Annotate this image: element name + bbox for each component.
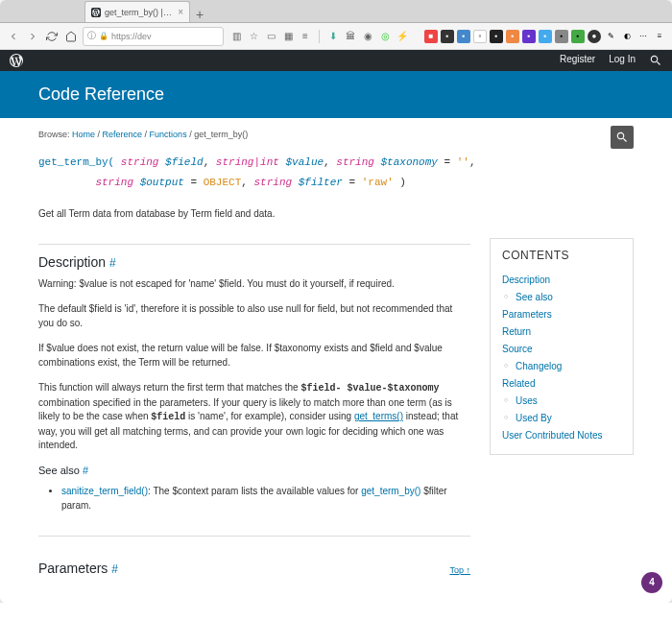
toc-link[interactable]: User Contributed Notes xyxy=(502,427,621,444)
anchor-link[interactable]: # xyxy=(83,465,88,476)
anchor-link[interactable]: # xyxy=(111,562,118,576)
forward-button[interactable] xyxy=(25,29,40,44)
toc-link[interactable]: See also xyxy=(502,289,621,306)
param-default: OBJECT xyxy=(204,177,242,188)
reader-icon[interactable]: ▥ xyxy=(229,30,243,43)
param-name: $field xyxy=(165,156,204,168)
wp-search-icon[interactable] xyxy=(649,54,662,67)
breadcrumb-link[interactable]: Functions xyxy=(150,130,187,139)
toc-link[interactable]: Source xyxy=(502,341,621,358)
fn-name: get_term_by( xyxy=(38,156,114,168)
ext-icon[interactable]: ▪ xyxy=(490,30,503,43)
download-icon[interactable]: ⬇ xyxy=(326,30,340,43)
site-header: Code Reference xyxy=(0,71,672,118)
param-type: string xyxy=(121,156,159,168)
ext-icon[interactable]: ◐ xyxy=(620,30,634,43)
content-area: Browse: Home / Reference / Functions / g… xyxy=(0,118,672,603)
table-of-contents: CONTENTS Description See also Parameters… xyxy=(490,238,634,455)
toc-link[interactable]: Related xyxy=(502,375,621,393)
param-default: 'raw' xyxy=(362,177,394,188)
param-default: '' xyxy=(457,156,469,168)
ext-icon[interactable]: ▪ xyxy=(457,30,470,43)
top-link[interactable]: Top ↑ xyxy=(449,565,470,575)
reload-button[interactable] xyxy=(44,29,60,44)
hamburger-menu-icon[interactable]: ≡ xyxy=(653,30,666,43)
wordpress-logo-icon[interactable] xyxy=(10,54,23,67)
breadcrumb: Browse: Home / Reference / Functions / g… xyxy=(38,128,634,139)
breadcrumb-current: get_term_by() xyxy=(194,130,248,139)
function-link[interactable]: get_terms() xyxy=(354,411,403,421)
param-type: string|int xyxy=(216,156,279,168)
menu-icon[interactable]: ≡ xyxy=(299,30,312,43)
wordpress-favicon xyxy=(91,8,101,17)
url-input[interactable] xyxy=(111,32,219,41)
description-paragraph: The default $field is 'id', therefore it… xyxy=(38,302,470,330)
archive-icon[interactable]: 🏛 xyxy=(344,30,357,43)
anchor-link[interactable]: # xyxy=(109,256,116,270)
param-type: string xyxy=(253,177,292,188)
toc-link[interactable]: Changelog xyxy=(502,358,621,375)
bolt-icon[interactable]: ⚡ xyxy=(396,30,409,43)
fn-close: ) xyxy=(399,177,406,188)
ext-icon[interactable]: ✎ xyxy=(604,30,617,43)
breadcrumb-link[interactable]: Home xyxy=(72,130,95,139)
url-bar[interactable]: ⓘ 🔒 xyxy=(83,27,224,46)
star-icon[interactable]: ☆ xyxy=(247,30,260,43)
toc-title: CONTENTS xyxy=(502,249,621,262)
param-name: $filter xyxy=(299,177,343,188)
breadcrumb-link[interactable]: Reference xyxy=(103,130,143,139)
ext-icon[interactable]: ▪ xyxy=(571,30,585,43)
ext-icon[interactable]: ▪ xyxy=(506,30,519,43)
see-also-list: sanitize_term_field(): The $context para… xyxy=(38,484,470,513)
browser-tab[interactable]: get_term_by() | Function | Wor… × xyxy=(84,1,190,22)
security-shield-icon: ⓘ xyxy=(87,30,96,42)
tab-close-button[interactable]: × xyxy=(178,7,183,17)
login-link[interactable]: Log In xyxy=(609,54,636,67)
ext-icon[interactable]: ▪ xyxy=(539,30,552,43)
lock-icon: 🔒 xyxy=(99,32,108,40)
home-button[interactable] xyxy=(63,29,79,44)
description-heading: Description # xyxy=(38,254,470,270)
toc-link[interactable]: Parameters xyxy=(502,306,621,323)
ext-icon[interactable]: ■ xyxy=(424,30,438,43)
function-link[interactable]: get_term_by() xyxy=(361,486,420,496)
new-tab-button[interactable]: + xyxy=(190,7,209,22)
ext-icon[interactable]: ▪ xyxy=(441,30,454,43)
function-signature: get_term_by( string $field, string|int $… xyxy=(38,153,634,193)
function-summary: Get all Term data from database by Term … xyxy=(38,208,634,219)
param-name: $taxonomy xyxy=(381,156,438,168)
toc-link[interactable]: Used By xyxy=(502,410,621,427)
description-paragraph: This function will always return the fir… xyxy=(38,381,470,453)
param-name: $output xyxy=(140,177,184,188)
main-content: Description # Warning: $value is not esc… xyxy=(38,238,470,584)
grid-icon[interactable]: ▦ xyxy=(281,30,295,43)
back-button[interactable] xyxy=(6,29,21,44)
search-toggle-button[interactable] xyxy=(611,126,634,149)
ext-icon[interactable]: ▪ xyxy=(555,30,568,43)
ext-icon[interactable]: ▫ xyxy=(473,30,487,43)
globe-icon[interactable]: ◉ xyxy=(361,30,374,43)
browser-tab-strip: get_term_by() | Function | Wor… × + xyxy=(0,0,672,23)
toc-link[interactable]: Uses xyxy=(502,393,621,410)
param-type: string xyxy=(336,156,374,168)
description-paragraph: Warning: $value is not escaped for 'name… xyxy=(38,277,470,292)
breadcrumb-label: Browse: xyxy=(38,130,70,139)
notes-count-badge[interactable]: 4 xyxy=(641,572,662,593)
list-item: sanitize_term_field(): The $context para… xyxy=(61,484,470,513)
function-link[interactable]: sanitize_term_field() xyxy=(61,486,148,496)
site-title: Code Reference xyxy=(38,84,634,105)
toc-link[interactable]: Return xyxy=(502,323,621,341)
register-link[interactable]: Register xyxy=(560,54,595,67)
description-paragraph: If $value does not exist, the return val… xyxy=(38,342,470,370)
shield-ext-icon[interactable]: ◎ xyxy=(378,30,392,43)
toc-link[interactable]: Description xyxy=(502,272,621,289)
parameters-heading: Parameters # xyxy=(38,561,118,576)
ext-icon[interactable]: ▪ xyxy=(522,30,536,43)
tab-title: get_term_by() | Function | Wor… xyxy=(105,8,174,17)
ext-icon[interactable]: ⋯ xyxy=(636,30,650,43)
box-icon[interactable]: ▭ xyxy=(264,30,277,43)
ext-icon[interactable]: ● xyxy=(588,30,601,43)
see-also-heading: See also # xyxy=(38,465,470,476)
param-type: string xyxy=(95,177,133,188)
wp-admin-bar: Register Log In xyxy=(0,50,672,71)
